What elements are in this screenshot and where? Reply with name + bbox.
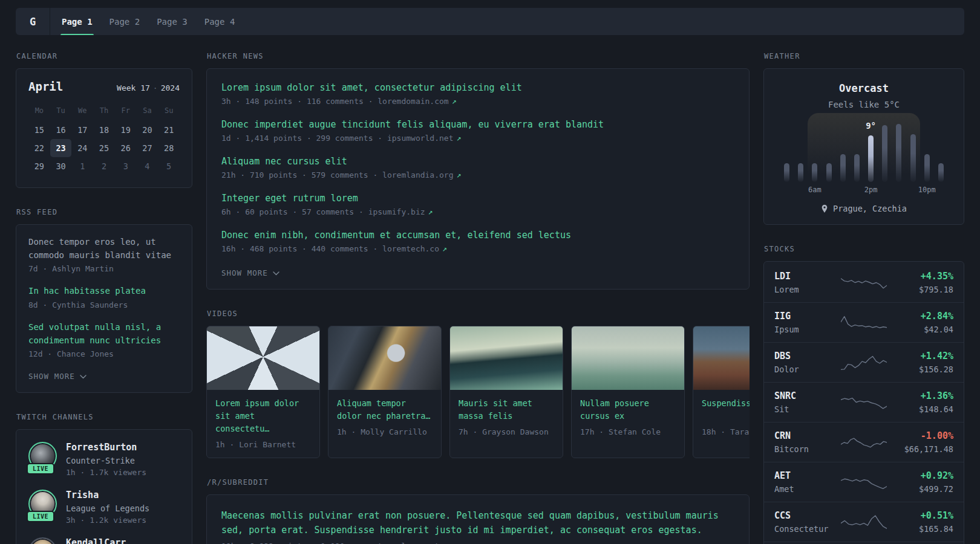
sparkline-svg <box>841 513 887 531</box>
page-tab[interactable]: Page 3 <box>155 8 189 35</box>
calendar-day[interactable]: 27 <box>137 139 158 157</box>
calendar-day[interactable]: 19 <box>115 121 137 139</box>
stock-name: Lorem <box>774 285 832 294</box>
stock-row[interactable]: IIG Ipsum +2.84% $42.04 <box>764 302 964 342</box>
page-tab[interactable]: Page 2 <box>108 8 142 35</box>
hackernews-show-more-button[interactable]: SHOW MORE <box>221 268 279 277</box>
hackernews-item-title[interactable]: Lorem ipsum dolor sit amet, consectetur … <box>221 82 734 93</box>
middle-column: HACKER NEWS Lorem ipsum dolor sit amet, … <box>206 52 750 544</box>
external-link-icon[interactable]: ↗ <box>457 170 462 180</box>
hackernews-item-title[interactable]: Integer eget rutrum lorem <box>221 193 734 204</box>
channel-game: Counter-Strike <box>66 456 146 465</box>
stock-change: +1.36% <box>895 390 953 401</box>
video-meta: 1h · Molly Carrillo <box>337 427 433 436</box>
calendar-day-grid: 15 16 17 18 19 20 21 22 <box>28 121 180 175</box>
stock-row[interactable]: LDI Lorem +4.35% $795.18 <box>764 263 964 302</box>
calendar-day[interactable]: 1 <box>71 157 93 175</box>
subreddit-post-title[interactable]: Maecenas mollis pulvinar erat non posuer… <box>221 508 734 537</box>
twitch-channel-item[interactable]: LIVE Trisha League of Legends 3h · 1.2k … <box>28 490 180 525</box>
time-label: 2pm <box>864 186 878 194</box>
twitch-channel-item[interactable]: LIVE ForrestBurton Counter-Strike 1h · 1… <box>28 442 180 477</box>
subreddit-section-label: /R/SUBREDDIT <box>207 478 750 487</box>
external-link-icon[interactable]: ↗ <box>428 207 433 216</box>
stocks-widget: STOCKS LDI Lorem +4.35% $795.18 <box>763 245 964 544</box>
calendar-day[interactable]: 25 <box>93 139 115 157</box>
calendar-day[interactable]: 5 <box>158 157 180 175</box>
calendar-day[interactable]: 15 <box>28 121 50 139</box>
weekday-label: Fr <box>115 104 137 117</box>
channel-name[interactable]: KendallCarr <box>66 537 126 544</box>
page-tab[interactable]: Page 4 <box>203 8 237 35</box>
calendar-day[interactable]: 20 <box>137 121 158 139</box>
video-title[interactable]: Lorem ipsum dolor sit amet consectetu… <box>215 397 311 435</box>
calendar-day[interactable]: 21 <box>158 121 180 139</box>
rss-item[interactable]: Sed volutpat nulla nisl, a condimentum n… <box>28 321 180 358</box>
calendar-day[interactable]: 3 <box>115 157 137 175</box>
stock-row[interactable]: DBS Dolor +1.42% $156.28 <box>764 342 964 382</box>
video-body: Nullam posuere cursus ex 17h · Stefan Co… <box>572 390 684 445</box>
hackernews-item-meta: 3h · 148 points · 116 comments · loremdo… <box>221 97 734 106</box>
channel-info: ForrestBurton Counter-Strike 1h · 1.7k v… <box>66 442 146 477</box>
external-link-icon[interactable]: ↗ <box>457 134 462 143</box>
calendar-day[interactable]: 22 <box>28 139 50 157</box>
video-card[interactable]: Mauris sit amet massa felis 7h · Grayson… <box>449 326 563 458</box>
calendar-day[interactable]: 4 <box>137 157 158 175</box>
video-title[interactable]: Suspendisse diam <box>702 397 750 423</box>
video-card[interactable]: Aliquam tempor dolor nec pharetra… 1h · … <box>328 326 442 458</box>
weather-bar <box>896 124 901 182</box>
channel-name[interactable]: Trisha <box>66 490 149 500</box>
external-link-icon[interactable]: ↗ <box>461 542 466 544</box>
calendar-day[interactable]: 26 <box>115 139 137 157</box>
rss-widget: RSS FEED Donec tempor eros leo, ut commo… <box>16 208 192 393</box>
video-card[interactable]: Lorem ipsum dolor sit amet consectetu… 1… <box>206 326 320 458</box>
rss-item[interactable]: In hac habitasse platea 8d · Cynthia Sau… <box>28 285 180 309</box>
calendar-day[interactable]: 18 <box>93 121 115 139</box>
stock-row[interactable]: AHS +0.46% <box>764 542 964 544</box>
stock-row[interactable]: SNRC Sit +1.36% $148.64 <box>764 382 964 422</box>
video-title[interactable]: Nullam posuere cursus ex <box>580 397 676 423</box>
video-thumbnail[interactable] <box>572 326 684 390</box>
video-title[interactable]: Aliquam tempor dolor nec pharetra… <box>337 397 433 423</box>
external-link-icon[interactable]: ↗ <box>442 244 447 253</box>
weekday-label: We <box>71 104 93 117</box>
app-logo[interactable]: G <box>16 8 50 35</box>
video-card[interactable]: Nullam posuere cursus ex 17h · Stefan Co… <box>571 326 685 458</box>
weather-bar <box>938 163 944 182</box>
twitch-channel-item[interactable]: LIVE KendallCarr <box>28 537 180 544</box>
subreddit-widget: /R/SUBREDDIT Maecenas mollis pulvinar er… <box>206 478 750 544</box>
stock-row[interactable]: CCS Consectetur +0.51% $165.84 <box>764 502 964 542</box>
avatar-wrap: LIVE <box>28 537 57 544</box>
calendar-day[interactable]: 17 <box>71 121 93 139</box>
rss-show-more-button[interactable]: SHOW MORE <box>28 372 87 381</box>
calendar-day[interactable]: 2 <box>93 157 115 175</box>
page-tab[interactable]: Page 1 <box>60 8 94 35</box>
video-thumbnail[interactable] <box>450 326 563 390</box>
hackernews-item-title[interactable]: Donec enim nibh, condimentum et accumsan… <box>221 230 734 241</box>
external-link-icon[interactable]: ↗ <box>452 97 457 106</box>
calendar-day[interactable]: 28 <box>158 139 180 157</box>
calendar-day[interactable]: 30 <box>50 157 72 175</box>
hackernews-item-meta: 21h · 710 points · 579 comments · loreml… <box>221 170 734 180</box>
channel-name[interactable]: ForrestBurton <box>66 442 146 453</box>
channel-info: Trisha League of Legends 3h · 1.2k viewe… <box>66 490 149 525</box>
video-thumbnail[interactable] <box>328 326 441 390</box>
video-card[interactable]: Suspendisse diam 18h · Tara <box>693 326 750 458</box>
video-title[interactable]: Mauris sit amet massa felis <box>459 397 554 423</box>
stock-symbol: LDI <box>774 271 832 282</box>
stock-row[interactable]: CRN Bitcorn -1.00% $66,171.48 <box>764 422 964 462</box>
calendar-day[interactable]: 16 <box>50 121 72 139</box>
rss-item-title[interactable]: In hac habitasse platea <box>28 285 180 298</box>
rss-item[interactable]: Donec tempor eros leo, ut commodo mauris… <box>28 236 180 273</box>
rss-item-title[interactable]: Donec tempor eros leo, ut commodo mauris… <box>28 236 180 262</box>
hackernews-item-title[interactable]: Donec imperdiet augue tincidunt felis al… <box>221 119 734 130</box>
calendar-day[interactable]: 23 <box>50 139 72 157</box>
calendar-day[interactable]: 24 <box>71 139 93 157</box>
rss-item-title[interactable]: Sed volutpat nulla nisl, a condimentum n… <box>28 321 180 347</box>
stock-row[interactable]: AET Amet +0.92% $499.72 <box>764 462 964 502</box>
video-thumbnail[interactable] <box>693 326 750 390</box>
stock-price: $148.64 <box>895 404 953 414</box>
hackernews-item-title[interactable]: Aliquam nec cursus elit <box>221 156 734 167</box>
calendar-day[interactable]: 29 <box>28 157 50 175</box>
video-thumbnail[interactable] <box>207 326 319 390</box>
stock-sparkline <box>832 433 895 452</box>
